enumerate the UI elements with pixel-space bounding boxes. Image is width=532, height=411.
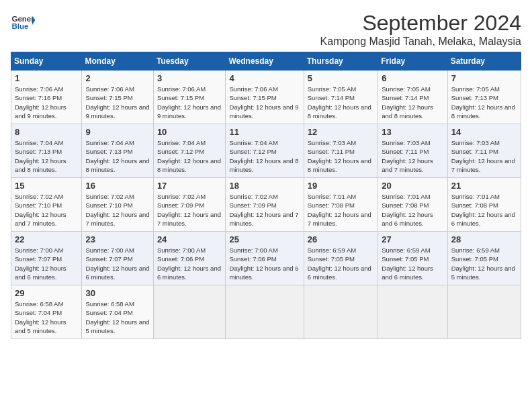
table-row: 3 Sunrise: 7:06 AM Sunset: 7:15 PM Dayli… <box>153 71 226 124</box>
table-row: 5 Sunrise: 7:05 AM Sunset: 7:14 PM Dayli… <box>304 71 378 124</box>
table-row: 13 Sunrise: 7:03 AM Sunset: 7:11 PM Dayl… <box>378 124 447 178</box>
cell-content: Sunrise: 6:59 AM Sunset: 7:05 PM Dayligh… <box>382 246 443 281</box>
col-sunday: Sunday <box>11 52 82 71</box>
cell-content: Sunrise: 7:00 AM Sunset: 7:07 PM Dayligh… <box>15 246 78 281</box>
day-number: 10 <box>157 127 222 137</box>
table-row: 15 Sunrise: 7:02 AM Sunset: 7:10 PM Dayl… <box>11 178 82 232</box>
table-row: 28 Sunrise: 6:59 AM Sunset: 7:05 PM Dayl… <box>447 232 521 285</box>
day-number: 20 <box>382 181 443 191</box>
cell-content: Sunrise: 7:02 AM Sunset: 7:09 PM Dayligh… <box>229 192 300 228</box>
svg-text:Blue: Blue <box>11 22 29 30</box>
cell-content: Sunrise: 7:00 AM Sunset: 7:07 PM Dayligh… <box>85 246 149 281</box>
svg-text:General: General <box>11 15 35 23</box>
table-row: 20 Sunrise: 7:01 AM Sunset: 7:08 PM Dayl… <box>378 178 447 232</box>
cell-content: Sunrise: 6:59 AM Sunset: 7:05 PM Dayligh… <box>308 246 374 281</box>
logo-icon: General Blue <box>11 11 35 35</box>
empty-cell <box>226 285 304 339</box>
cell-content: Sunrise: 6:58 AM Sunset: 7:04 PM Dayligh… <box>85 300 149 335</box>
day-number: 24 <box>157 234 222 244</box>
day-number: 1 <box>15 73 78 83</box>
table-row: 29 Sunrise: 6:58 AM Sunset: 7:04 PM Dayl… <box>11 285 82 339</box>
table-row: 27 Sunrise: 6:59 AM Sunset: 7:05 PM Dayl… <box>378 232 447 285</box>
cell-content: Sunrise: 6:59 AM Sunset: 7:05 PM Dayligh… <box>451 246 517 281</box>
location-title: Kampong Masjid Tanah, Melaka, Malaysia <box>320 36 521 48</box>
day-number: 28 <box>451 234 517 244</box>
empty-cell <box>447 285 521 339</box>
col-saturday: Saturday <box>447 52 521 71</box>
table-row: 21 Sunrise: 7:01 AM Sunset: 7:08 PM Dayl… <box>447 178 521 232</box>
page-header: General Blue September 2024 Kampong Masj… <box>11 11 521 48</box>
table-row: 24 Sunrise: 7:00 AM Sunset: 7:06 PM Dayl… <box>153 232 226 285</box>
day-number: 30 <box>85 288 149 298</box>
calendar-table: Sunday Monday Tuesday Wednesday Thursday… <box>11 52 521 339</box>
day-number: 22 <box>15 234 78 244</box>
day-number: 26 <box>308 234 374 244</box>
cell-content: Sunrise: 7:02 AM Sunset: 7:10 PM Dayligh… <box>85 192 149 228</box>
table-row: 10 Sunrise: 7:04 AM Sunset: 7:12 PM Dayl… <box>153 124 226 178</box>
cell-content: Sunrise: 7:06 AM Sunset: 7:16 PM Dayligh… <box>15 85 78 120</box>
day-number: 25 <box>229 234 300 244</box>
day-number: 15 <box>15 181 78 191</box>
logo: General Blue <box>11 11 35 35</box>
empty-cell <box>153 285 226 339</box>
cell-content: Sunrise: 7:04 AM Sunset: 7:12 PM Dayligh… <box>157 138 222 174</box>
col-monday: Monday <box>82 52 153 71</box>
table-row: 26 Sunrise: 6:59 AM Sunset: 7:05 PM Dayl… <box>304 232 378 285</box>
empty-cell <box>378 285 447 339</box>
cell-content: Sunrise: 6:58 AM Sunset: 7:04 PM Dayligh… <box>15 300 78 335</box>
col-tuesday: Tuesday <box>153 52 226 71</box>
day-number: 6 <box>382 73 443 83</box>
cell-content: Sunrise: 7:06 AM Sunset: 7:15 PM Dayligh… <box>229 85 300 120</box>
cell-content: Sunrise: 7:05 AM Sunset: 7:14 PM Dayligh… <box>308 85 374 120</box>
table-row: 12 Sunrise: 7:03 AM Sunset: 7:11 PM Dayl… <box>304 124 378 178</box>
day-number: 18 <box>229 181 300 191</box>
day-number: 4 <box>229 73 300 83</box>
day-number: 14 <box>451 127 517 137</box>
cell-content: Sunrise: 7:04 AM Sunset: 7:13 PM Dayligh… <box>15 138 78 174</box>
day-number: 8 <box>15 127 78 137</box>
title-area: September 2024 Kampong Masjid Tanah, Mel… <box>320 11 521 48</box>
cell-content: Sunrise: 7:02 AM Sunset: 7:10 PM Dayligh… <box>15 192 78 228</box>
table-row: 1 Sunrise: 7:06 AM Sunset: 7:16 PM Dayli… <box>11 71 82 124</box>
cell-content: Sunrise: 7:01 AM Sunset: 7:08 PM Dayligh… <box>382 192 443 228</box>
table-row: 2 Sunrise: 7:06 AM Sunset: 7:15 PM Dayli… <box>82 71 153 124</box>
cell-content: Sunrise: 7:01 AM Sunset: 7:08 PM Dayligh… <box>451 192 517 228</box>
month-title: September 2024 <box>320 11 521 36</box>
table-row: 30 Sunrise: 6:58 AM Sunset: 7:04 PM Dayl… <box>82 285 153 339</box>
cell-content: Sunrise: 7:04 AM Sunset: 7:13 PM Dayligh… <box>85 138 149 174</box>
day-number: 5 <box>308 73 374 83</box>
day-number: 16 <box>85 181 149 191</box>
cell-content: Sunrise: 7:00 AM Sunset: 7:06 PM Dayligh… <box>229 246 300 281</box>
day-number: 17 <box>157 181 222 191</box>
day-number: 2 <box>85 73 149 83</box>
table-row: 22 Sunrise: 7:00 AM Sunset: 7:07 PM Dayl… <box>11 232 82 285</box>
table-row: 6 Sunrise: 7:05 AM Sunset: 7:14 PM Dayli… <box>378 71 447 124</box>
cell-content: Sunrise: 7:05 AM Sunset: 7:13 PM Dayligh… <box>451 85 517 120</box>
cell-content: Sunrise: 7:05 AM Sunset: 7:14 PM Dayligh… <box>382 85 443 120</box>
empty-cell <box>304 285 378 339</box>
cell-content: Sunrise: 7:01 AM Sunset: 7:08 PM Dayligh… <box>308 192 374 228</box>
day-number: 19 <box>308 181 374 191</box>
header-row: Sunday Monday Tuesday Wednesday Thursday… <box>11 52 521 71</box>
table-row: 25 Sunrise: 7:00 AM Sunset: 7:06 PM Dayl… <box>226 232 304 285</box>
day-number: 12 <box>308 127 374 137</box>
table-row: 23 Sunrise: 7:00 AM Sunset: 7:07 PM Dayl… <box>82 232 153 285</box>
cell-content: Sunrise: 7:00 AM Sunset: 7:06 PM Dayligh… <box>157 246 222 281</box>
table-row: 11 Sunrise: 7:04 AM Sunset: 7:12 PM Dayl… <box>226 124 304 178</box>
table-row: 7 Sunrise: 7:05 AM Sunset: 7:13 PM Dayli… <box>447 71 521 124</box>
day-number: 13 <box>382 127 443 137</box>
table-row: 4 Sunrise: 7:06 AM Sunset: 7:15 PM Dayli… <box>226 71 304 124</box>
day-number: 29 <box>15 288 78 298</box>
table-row: 9 Sunrise: 7:04 AM Sunset: 7:13 PM Dayli… <box>82 124 153 178</box>
day-number: 11 <box>229 127 300 137</box>
table-row: 19 Sunrise: 7:01 AM Sunset: 7:08 PM Dayl… <box>304 178 378 232</box>
col-thursday: Thursday <box>304 52 378 71</box>
table-row: 17 Sunrise: 7:02 AM Sunset: 7:09 PM Dayl… <box>153 178 226 232</box>
day-number: 9 <box>85 127 149 137</box>
cell-content: Sunrise: 7:03 AM Sunset: 7:11 PM Dayligh… <box>308 138 374 174</box>
day-number: 21 <box>451 181 517 191</box>
col-friday: Friday <box>378 52 447 71</box>
day-number: 7 <box>451 73 517 83</box>
table-row: 18 Sunrise: 7:02 AM Sunset: 7:09 PM Dayl… <box>226 178 304 232</box>
cell-content: Sunrise: 7:03 AM Sunset: 7:11 PM Dayligh… <box>451 138 517 174</box>
